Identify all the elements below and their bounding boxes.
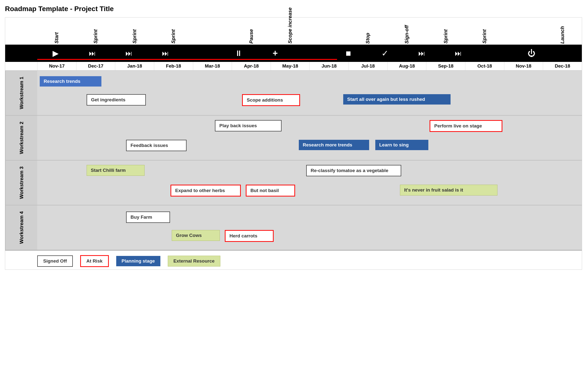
task-feedback-issues[interactable]: Feedback issues [126, 140, 187, 151]
task-learn-to-sing[interactable]: Learn to sing [375, 140, 428, 150]
icon-sprint2: ⏭ [111, 49, 147, 58]
month-jun18: Jun-18 [310, 62, 348, 70]
workstream-label-2: Workstream 2 [5, 116, 37, 160]
icon-power: ⏻ [513, 49, 550, 58]
milestone-sprint-1: Sprint [93, 29, 98, 44]
workstream-label-3: Workstream 3 [5, 160, 37, 205]
workstream-label-1: Workstream 1 [5, 71, 37, 115]
milestone-stop: Stop [365, 33, 371, 44]
workstream-label-4: Workstream 4 [5, 205, 37, 250]
icon-sprint5: ⏭ [440, 49, 476, 58]
month-dec18: Dec-18 [543, 62, 582, 70]
task-start-chilli-farm[interactable]: Start Chilli farm [87, 165, 145, 176]
milestone-row: Start Sprint Sprint Sprint Pause Scope i… [5, 18, 582, 44]
month-feb18: Feb-18 [154, 62, 193, 70]
task-research-more-trends[interactable]: Research more trends [299, 140, 369, 150]
month-nov17: Nov-17 [37, 62, 76, 70]
timeline-bar: ▶ ⏭ ⏭ ⏭ ⏸ + ⏹ ✓ ⏭ ⏭ ⏻ [5, 44, 582, 62]
milestone-launch: Launch [560, 26, 565, 44]
task-grow-cows[interactable]: Grow Cows [172, 230, 220, 241]
legend-at-risk: At Risk [80, 255, 109, 267]
month-jan18: Jan-18 [115, 62, 154, 70]
red-line [37, 59, 337, 60]
icon-sprint4: ⏭ [403, 49, 440, 58]
month-sep18: Sep-18 [426, 62, 465, 70]
workstream-row-2: Workstream 2 Play back issues Perform li… [5, 116, 582, 160]
milestone-scope: Scope increase [287, 8, 293, 44]
icon-play: ▶ [37, 48, 74, 58]
workstream-content-3: Start Chilli farm Re-classify tomatoe as… [37, 160, 582, 205]
icon-sprint1: ⏭ [74, 49, 110, 58]
icon-sprint3: ⏭ [147, 49, 184, 58]
icon-pause: ⏸ [220, 49, 257, 58]
legend-planning-stage: Planning stage [116, 256, 160, 266]
milestone-sprint-4: Sprint [443, 29, 449, 44]
task-reclassify-tomato[interactable]: Re-classify tomatoe as a vegetable [306, 165, 401, 176]
milestone-sprint-3: Sprint [170, 29, 176, 44]
workstream-content-4: Buy Farm Grow Cows Herd carrots [37, 205, 582, 250]
task-start-all-over[interactable]: Start all over again but less rushed [343, 94, 451, 104]
legend-row: Signed Off At Risk Planning stage Extern… [5, 250, 582, 270]
month-apr18: Apr-18 [232, 62, 271, 70]
task-but-not-basil[interactable]: But not basil [246, 185, 295, 196]
workstream-content-2: Play back issues Perform live on stage F… [37, 116, 582, 160]
month-oct18: Oct-18 [465, 62, 504, 70]
workstream-content-1: Research trends Get ingredients Scope ad… [37, 71, 582, 115]
month-aug18: Aug-18 [387, 62, 426, 70]
icon-plus: + [257, 48, 294, 58]
workstream-row-4: Workstream 4 Buy Farm Grow Cows Herd car… [5, 205, 582, 250]
icon-checkmark: ✓ [367, 48, 403, 58]
milestone-pause: Pause [248, 29, 254, 44]
milestone-sprint-2: Sprint [132, 29, 137, 44]
task-buy-farm[interactable]: Buy Farm [126, 212, 170, 223]
milestone-signoff: Sign-off [404, 25, 410, 44]
month-mar18: Mar-18 [193, 62, 232, 70]
workstream-row-1: Workstream 1 Research trends Get ingredi… [5, 71, 582, 116]
task-expand-herbs[interactable]: Expand to other herbs [170, 185, 241, 196]
task-herd-carrots[interactable]: Herd carrots [225, 230, 274, 242]
workstream-row-3: Workstream 3 Start Chilli farm Re-classi… [5, 160, 582, 205]
month-nov18: Nov-18 [504, 62, 543, 70]
month-jul18: Jul-18 [348, 62, 387, 70]
gantt-container: Start Sprint Sprint Sprint Pause Scope i… [5, 17, 582, 270]
task-perform-live[interactable]: Perform live on stage [430, 120, 502, 132]
month-dec17: Dec-17 [76, 62, 115, 70]
task-get-ingredients[interactable]: Get ingredients [87, 94, 146, 106]
legend-external-resource: External Resource [168, 256, 220, 266]
icon-stop: ⏹ [330, 49, 367, 58]
task-playback-issues[interactable]: Play back issues [215, 120, 281, 132]
legend-signed-off: Signed Off [37, 256, 73, 267]
task-research-trends[interactable]: Research trends [40, 76, 101, 86]
month-may18: May-18 [271, 62, 310, 70]
task-scope-additions[interactable]: Scope additions [242, 94, 300, 106]
milestone-sprint-5: Sprint [482, 29, 487, 44]
month-row: Nov-17 Dec-17 Jan-18 Feb-18 Mar-18 Apr-1… [5, 62, 582, 71]
task-never-in-fruit-salad[interactable]: It's never in fruit salad is it [400, 185, 497, 196]
milestone-start: Start [54, 32, 60, 44]
